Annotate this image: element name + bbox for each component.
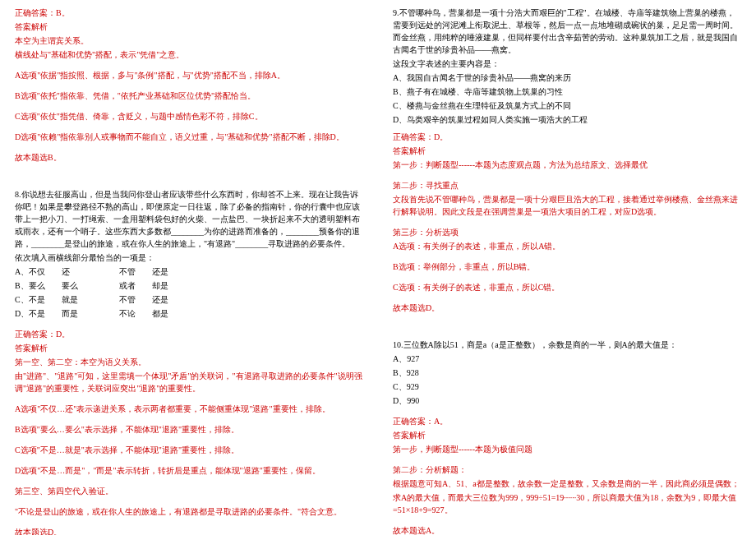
q10-step1: 第一步，判断题型------本题为极值问题 (393, 443, 741, 455)
q9-conclusion: 故本题选D。 (393, 302, 741, 314)
q7-conclusion: 故本题选B。 (15, 151, 363, 164)
right-column: 9.不管哪种鸟，营巢都是一项十分浩大而艰巨的"工程"。在城楼、寺庙等建筑物上营巢… (378, 0, 756, 535)
q8-optA: A选项"不仅…还"表示递进关系，表示两者都重要，不能侧重体现"退路"重要性，排除… (15, 403, 363, 415)
q8-line3: 第三空、第四空代入验证。 (15, 485, 363, 497)
left-column: 正确答案：B。 答案解析 本空为主谓宾关系。 横线处与"基础和优势"搭配，表示"… (0, 0, 378, 535)
document-page: 正确答案：B。 答案解析 本空为主谓宾关系。 横线处与"基础和优势"搭配，表示"… (0, 0, 756, 535)
q7-answer: 正确答案：B。 (15, 7, 363, 19)
q9-optB-q: B、燕子有在城楼、寺庙等建筑物上筑巢的习性 (393, 85, 741, 98)
q8-rowA: A、不仅 还 不管 还是 (15, 265, 363, 278)
q8-answer: 正确答案：D。 (15, 328, 363, 340)
q9-step2: 第二步：寻找重点 (393, 179, 741, 191)
q10-conclusion: 故本题选A。 (393, 524, 741, 535)
q8-explain-header: 答案解析 (15, 342, 363, 354)
q9-line1: 文段首先说不管哪种鸟，营巢都是一项十分艰巨且浩大的工程，接着通过举例楼燕、金丝燕… (393, 193, 741, 218)
q10-question: 10.三位数A除以51，商是a（a是正整数），余数是商的一半，则A的最大值是： (393, 339, 741, 351)
q9-optA: A选项：有关例子的表述，非重点，所以A错。 (393, 240, 741, 252)
q8-conclusion: 故本题选D。 (15, 526, 363, 535)
q7-optB: B选项"依托"指依靠、凭借，"依托产业基础和区位优势"搭配恰当。 (15, 90, 363, 102)
q7-explain-header: 答案解析 (15, 21, 363, 33)
q10-answer: 正确答案：A。 (393, 415, 741, 427)
q7-line1: 本空为主谓宾关系。 (15, 35, 363, 47)
q8-optD: D选项"不是…而是"，"而是"表示转折，转折后是重点，能体现"退路"重要性，保留… (15, 464, 363, 477)
q8-line4: "不论是登山的旅途，或在你人生的旅途上，有退路都是寻取进路的必要条件。"符合文意… (15, 505, 363, 518)
q8-rowC: C、不是 就是 不管 还是 (15, 293, 363, 306)
q9-step1: 第一步：判断题型------本题为态度观点题，方法为总结原文、选择最优 (393, 159, 741, 171)
q8-rowD: D、不是 而是 不论 都是 (15, 307, 363, 320)
q7-optC: C选项"依仗"指凭借、倚靠，含贬义，与题中感情色彩不符，排除C。 (15, 110, 363, 122)
q8-line1: 第一空、第二空：本空为语义关系。 (15, 356, 363, 368)
q8-num: 8. (15, 190, 21, 199)
q8-optC: C选项"不是…就是"表示选择，不能体现"退路"重要性，排除。 (15, 444, 363, 456)
q10-text: 三位数A除以51，商是a（a是正整数），余数是商的一半，则A的最大值是： (403, 340, 677, 349)
q9-text: 不管哪种鸟，营巢都是一项十分浩大而艰巨的"工程"。在城楼、寺庙等建筑物上营巢的楼… (393, 8, 738, 54)
q10-step2: 第二步：分析解题： (393, 464, 741, 476)
q9-explain-header: 答案解析 (393, 145, 741, 157)
q7-line2: 横线处与"基础和优势"搭配，表示"凭借"之意。 (15, 48, 363, 61)
q10-explain-header: 答案解析 (393, 429, 741, 441)
q10-optB-q: B、928 (393, 367, 741, 379)
q9-prompt: 这段文字表述的主要内容是： (393, 58, 741, 70)
q8-text: 你说想去征服高山，但是当我问你登山者应该带些什么东西时，你却答不上来。现在让我告… (15, 190, 360, 248)
q8-line2: 由"进路"、"退路"可知，这里需填一个体现"矛盾"的关联词，"有退路寻取进路的必… (15, 370, 363, 394)
q9-answer: 正确答案：D。 (393, 131, 741, 143)
q10-optC-q: C、929 (393, 380, 741, 393)
q10-line2: 求A的最大值，而最大三位数为999，999÷51=19······30，所以商最… (393, 491, 741, 516)
q9-optC: C选项：有关例子的表述，非重点，所以C错。 (393, 281, 741, 293)
q9-optC-q: C、楼燕与金丝燕在生理特征及筑巢方式上的不同 (393, 99, 741, 112)
q9-optB: B选项：举例部分，非重点，所以B错。 (393, 261, 741, 273)
q8-optB: B选项"要么…要么"表示选择，不能体现"退路"重要性，排除。 (15, 423, 363, 436)
q9-optA-q: A、我国自古闻名于世的珍贵补品——燕窝的来历 (393, 71, 741, 84)
q9-step3: 第三步：分析选项 (393, 226, 741, 238)
q7-optD: D选项"依赖"指依靠别人或事物而不能自立，语义过重，与"基础和优势"搭配不断，排… (15, 131, 363, 143)
q8-rowB: B、要么 要么 或者 却是 (15, 279, 363, 292)
q10-num: 10. (393, 340, 403, 349)
q9-question: 9.不管哪种鸟，营巢都是一项十分浩大而艰巨的"工程"。在城楼、寺庙等建筑物上营巢… (393, 7, 741, 56)
q8-prompt: 依次填入画横线部分最恰当的一项是： (15, 251, 363, 264)
q10-optA-q: A、927 (393, 353, 741, 365)
q9-optD-q: D、鸟类艰辛的筑巢过程如同人类实施一项浩大的工程 (393, 113, 741, 126)
q10-optD-q: D、990 (393, 394, 741, 407)
q7-optA: A选项"依据"指按照、根据，多与"条例"搭配，与"优势"搭配不当，排除A。 (15, 69, 363, 81)
q9-num: 9. (393, 8, 399, 17)
q10-line1: 根据题意可知A、51、a都是整数，故余数一定是整数，又余数是商的一半，因此商必须… (393, 477, 741, 490)
q8-question: 8.你说想去征服高山，但是当我问你登山者应该带些什么东西时，你却答不上来。现在让… (15, 188, 363, 250)
